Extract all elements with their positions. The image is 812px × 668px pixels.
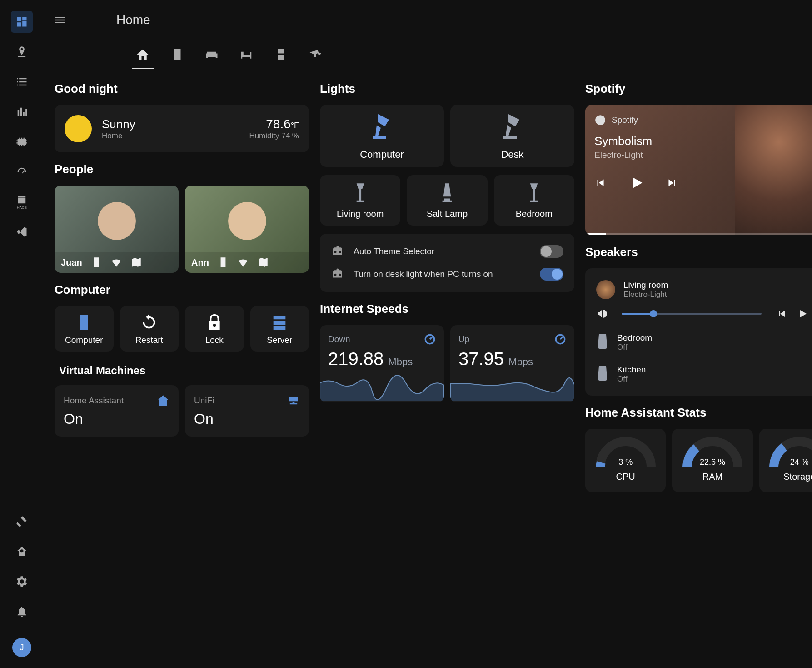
button-label: Computer bbox=[65, 335, 103, 345]
server-rack-icon bbox=[270, 313, 289, 331]
light-bedroom[interactable]: Bedroom bbox=[494, 175, 574, 226]
prev-button[interactable] bbox=[776, 308, 787, 319]
speaker-icon bbox=[596, 333, 609, 352]
light-label: Living room bbox=[337, 209, 384, 219]
wifi-icon bbox=[110, 256, 122, 268]
speaker-subtitle: Electro-Light bbox=[623, 290, 807, 299]
phone-battery-icon bbox=[217, 256, 229, 268]
person-card-ann[interactable]: Ann bbox=[185, 186, 309, 273]
speaker-icon bbox=[596, 365, 609, 383]
speaker-kitchen[interactable]: Kitchen Off bbox=[594, 358, 812, 390]
play-button[interactable] bbox=[797, 308, 808, 319]
nav-dev-tools[interactable] bbox=[11, 511, 33, 532]
prev-track-button[interactable] bbox=[594, 177, 606, 189]
light-living-room[interactable]: Living room bbox=[320, 175, 400, 226]
map-icon bbox=[130, 256, 142, 268]
nav-notifications[interactable] bbox=[11, 601, 33, 623]
stat-value: 22.6 % bbox=[700, 457, 725, 467]
wifi-icon bbox=[237, 256, 249, 268]
net-down-card[interactable]: Down 219.88Mbps bbox=[320, 325, 444, 402]
person-card-juan[interactable]: Juan bbox=[55, 186, 179, 273]
floor-lamp-icon bbox=[523, 181, 545, 204]
nav-hacs[interactable]: HACS bbox=[11, 191, 33, 213]
stat-cpu[interactable]: 3 % CPU bbox=[585, 429, 666, 492]
net-value: 219.88 bbox=[328, 349, 384, 369]
tab-cctv-icon[interactable] bbox=[307, 46, 324, 63]
restart-button[interactable]: Restart bbox=[120, 306, 179, 352]
vm-card-home-assistant[interactable]: Home Assistant On bbox=[55, 385, 179, 437]
stat-storage[interactable]: 24 % Storage bbox=[759, 429, 812, 492]
hamburger-menu[interactable] bbox=[49, 9, 71, 31]
internet-header: Internet Speeds bbox=[320, 302, 574, 316]
automation-toggle[interactable] bbox=[540, 268, 563, 281]
progress-bar[interactable] bbox=[585, 233, 812, 235]
volume-icon[interactable] bbox=[596, 308, 607, 319]
network-icon bbox=[287, 394, 300, 407]
weather-sun-icon bbox=[65, 115, 92, 142]
speaker-name: Kitchen bbox=[617, 365, 807, 375]
vms-header: Virtual Machines bbox=[59, 364, 309, 377]
button-label: Server bbox=[267, 335, 292, 345]
lock-icon bbox=[205, 313, 224, 331]
net-label: Up bbox=[458, 334, 469, 344]
tab-server-icon[interactable] bbox=[169, 46, 185, 63]
vm-card-unifi[interactable]: UniFi On bbox=[185, 385, 309, 437]
robot-icon bbox=[331, 267, 344, 281]
floor-lamp-icon bbox=[349, 181, 372, 204]
computer-button[interactable]: Computer bbox=[55, 306, 114, 352]
spotify-card[interactable]: Spotify Symbolism Electro-Light bbox=[585, 105, 812, 235]
nav-map-marker[interactable] bbox=[11, 41, 33, 63]
speaker-art bbox=[596, 280, 615, 299]
play-button[interactable] bbox=[628, 175, 644, 191]
weather-condition: Sunny bbox=[102, 117, 239, 131]
speaker-name: Living room bbox=[623, 280, 807, 290]
net-unit: Mbps bbox=[508, 356, 533, 368]
light-computer[interactable]: Computer bbox=[320, 105, 444, 167]
nav-profile-avatar[interactable]: J bbox=[12, 638, 31, 657]
stat-label: Storage bbox=[783, 472, 812, 482]
weather-temperature: 78.6°F bbox=[249, 117, 299, 131]
nav-history[interactable] bbox=[11, 101, 33, 123]
stat-ram[interactable]: 22.6 % RAM bbox=[672, 429, 752, 492]
server-button[interactable]: Server bbox=[250, 306, 309, 352]
automation-toggle[interactable] bbox=[540, 245, 563, 258]
light-label: Salt Lamp bbox=[427, 209, 468, 219]
robot-icon bbox=[331, 245, 344, 258]
vm-name: Home Assistant bbox=[64, 396, 124, 406]
weather-humidity: Humidity 74 % bbox=[249, 131, 299, 141]
nav-logbook[interactable] bbox=[11, 71, 33, 93]
volume-slider[interactable] bbox=[622, 313, 762, 315]
map-icon bbox=[257, 256, 269, 268]
light-salt-lamp[interactable]: Salt Lamp bbox=[407, 175, 487, 226]
greeting-header: Good night bbox=[55, 82, 309, 96]
speakers-header: Speakers bbox=[585, 245, 812, 259]
desk-lamp-icon bbox=[496, 111, 529, 144]
spotify-logo-icon bbox=[594, 114, 606, 126]
net-label: Down bbox=[328, 334, 350, 344]
nav-addon-icon[interactable] bbox=[11, 131, 33, 153]
lock-button[interactable]: Lock bbox=[185, 306, 244, 352]
tab-bed-icon[interactable] bbox=[238, 46, 254, 63]
next-track-button[interactable] bbox=[666, 177, 678, 189]
button-label: Lock bbox=[205, 335, 224, 345]
nav-config[interactable] bbox=[11, 571, 33, 593]
page-title: Home bbox=[116, 13, 150, 27]
speaker-bedroom[interactable]: Bedroom Off bbox=[594, 326, 812, 358]
net-up-card[interactable]: Up 37.95Mbps bbox=[450, 325, 574, 402]
speaker-living-room[interactable]: Living room Electro-Light bbox=[594, 274, 812, 306]
album-art bbox=[735, 105, 812, 235]
people-header: People bbox=[55, 162, 309, 176]
nav-supervisor[interactable] bbox=[11, 541, 33, 563]
automation-desk-light: Turn on desk light when PC turns on bbox=[329, 263, 565, 286]
tab-home-icon[interactable] bbox=[135, 46, 151, 63]
nav-overview[interactable] bbox=[11, 11, 33, 33]
tab-sofa-icon[interactable] bbox=[204, 46, 220, 63]
nav-gauge[interactable] bbox=[11, 161, 33, 183]
weather-card[interactable]: Sunny Home 78.6°F Humidity 74 % bbox=[55, 105, 309, 152]
automation-label: Auto Theme Selector bbox=[354, 246, 531, 256]
tab-fridge-icon[interactable] bbox=[273, 46, 289, 63]
light-desk[interactable]: Desk bbox=[450, 105, 574, 167]
left-nav-rail: HACS J bbox=[0, 0, 44, 668]
nav-studio-code[interactable] bbox=[11, 221, 33, 243]
vm-name: UniFi bbox=[194, 396, 214, 406]
